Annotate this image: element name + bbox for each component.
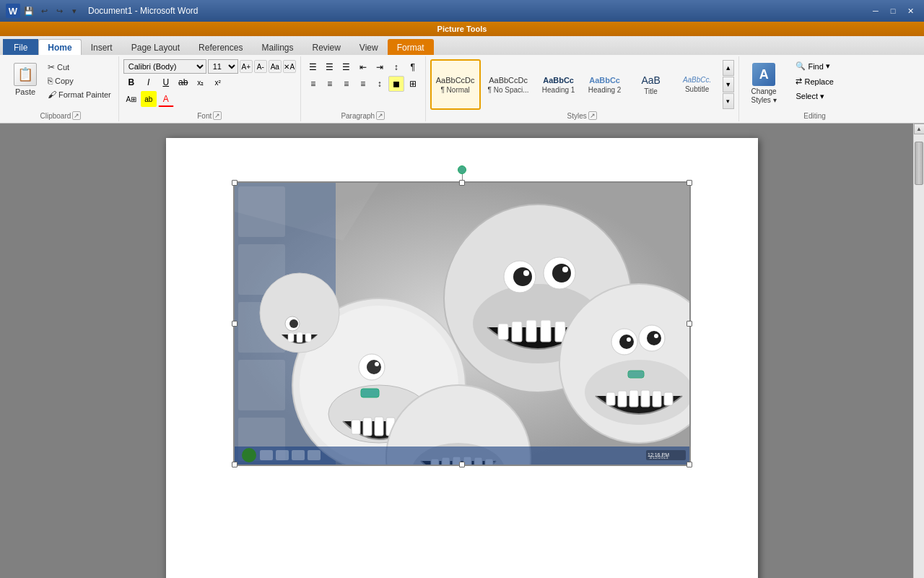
sort-button[interactable]: ↕ <box>388 59 404 75</box>
increase-indent-button[interactable]: ⇥ <box>372 59 388 75</box>
scroll-thumb[interactable] <box>915 142 923 185</box>
bold-button[interactable]: B <box>123 74 139 90</box>
show-marks-button[interactable]: ¶ <box>405 59 421 75</box>
font-clear-btn[interactable]: ✕A <box>283 60 296 73</box>
style-nospace-preview: AaBbCcDc <box>489 76 528 85</box>
paragraph-label: Paragraph ↗ <box>341 110 385 120</box>
paragraph-group: ☰ ☰ ☰ ⇤ ⇥ ↕ ¶ ≡ ≡ ≡ ≡ ↕ ◼ ⊞ Paragraph ↗ <box>301 56 426 121</box>
handle-top-left[interactable] <box>232 180 237 186</box>
tab-home[interactable]: Home <box>38 39 81 55</box>
tab-mailings[interactable]: Mailings <box>252 39 302 55</box>
superscript-button[interactable]: x² <box>210 74 226 90</box>
svg-rect-39 <box>653 391 661 407</box>
document-image: 12:16 PM 3/12/2013 <box>235 183 689 465</box>
bullets-button[interactable]: ☰ <box>305 59 321 75</box>
handle-bottom-right[interactable] <box>687 462 692 467</box>
document-scroll-area: 12:16 PM 3/12/2013 <box>0 124 924 578</box>
rotate-handle[interactable] <box>458 165 466 174</box>
style-no-spacing[interactable]: AaBbCcDc ¶ No Spaci... <box>482 59 535 110</box>
styles-scroll-down[interactable]: ▼ <box>723 77 734 92</box>
align-center-button[interactable]: ≡ <box>322 76 338 92</box>
shading-button[interactable]: ◼ <box>388 76 404 92</box>
scroll-track[interactable] <box>914 134 924 578</box>
quick-custom-btn[interactable]: ▾ <box>68 4 81 17</box>
font-name-select[interactable]: Calibri (Body) <box>123 59 206 74</box>
selected-image[interactable]: 12:16 PM 3/12/2013 <box>233 181 691 466</box>
handle-middle-right[interactable] <box>687 321 692 327</box>
minimize-btn[interactable]: ─ <box>868 4 884 17</box>
maximize-btn[interactable]: □ <box>885 4 901 17</box>
decrease-indent-button[interactable]: ⇤ <box>355 59 371 75</box>
italic-button[interactable]: I <box>141 74 157 90</box>
svg-rect-40 <box>664 392 673 405</box>
font-row2: B I U ab x₂ x² <box>123 74 226 90</box>
tab-page-layout[interactable]: Page Layout <box>122 39 189 55</box>
svg-point-32 <box>562 267 568 272</box>
close-btn[interactable]: ✕ <box>902 4 918 17</box>
styles-dialog-launcher[interactable]: ↗ <box>588 111 597 120</box>
paragraph-dialog-launcher[interactable]: ↗ <box>376 111 385 120</box>
font-change-case-btn[interactable]: Aa <box>269 60 282 73</box>
style-normal[interactable]: AaBbCcDc ¶ Normal <box>430 59 481 110</box>
style-heading1[interactable]: AaBbCc Heading 1 <box>536 59 581 110</box>
style-heading2[interactable]: AaBbCc Heading 2 <box>583 59 627 110</box>
font-size-increase-btn[interactable]: A+ <box>240 60 253 73</box>
format-painter-button[interactable]: 🖌 Format Painter <box>45 88 114 101</box>
quick-undo-btn[interactable]: ↩ <box>38 4 51 17</box>
font-effect-btn[interactable]: A⊞ <box>123 91 139 107</box>
handle-bottom-left[interactable] <box>232 462 237 467</box>
change-styles-button[interactable]: A ChangeStyles ▾ <box>745 59 783 108</box>
subscript-button[interactable]: x₂ <box>193 74 209 90</box>
font-row1: Calibri (Body) 11 A+ A- Aa ✕A <box>123 59 296 74</box>
underline-button[interactable]: U <box>158 74 174 90</box>
clipboard-small-buttons: ✂ Cut ⎘ Copy 🖌 Format Painter <box>45 59 114 101</box>
paste-button[interactable]: 📋 Paste <box>7 59 43 100</box>
tab-view[interactable]: View <box>350 39 388 55</box>
align-left-button[interactable]: ≡ <box>305 76 321 92</box>
strikethrough-button[interactable]: ab <box>175 74 191 90</box>
svg-rect-65 <box>260 450 273 460</box>
scroll-up-btn[interactable]: ▲ <box>914 124 925 134</box>
styles-scroll-more[interactable]: ▾ <box>723 93 734 109</box>
replace-button[interactable]: ⇄ Replace <box>792 74 837 88</box>
ribbon: 📋 Paste ✂ Cut ⎘ Copy 🖌 Format Painter C <box>0 55 924 124</box>
tab-insert[interactable]: Insert <box>82 39 122 55</box>
quick-redo-btn[interactable]: ↪ <box>53 4 66 17</box>
tab-format[interactable]: Format <box>388 39 434 55</box>
borders-button[interactable]: ⊞ <box>405 76 421 92</box>
select-button[interactable]: Select ▾ <box>792 90 828 103</box>
svg-rect-5 <box>238 360 285 410</box>
justify-button[interactable]: ≡ <box>355 76 371 92</box>
tab-review[interactable]: Review <box>302 39 349 55</box>
cut-label: Cut <box>57 63 69 72</box>
font-size-decrease-btn[interactable]: A- <box>254 60 267 73</box>
title-bar-controls: ─ □ ✕ <box>868 4 918 17</box>
font-size-select[interactable]: 11 <box>208 59 238 74</box>
handle-top-right[interactable] <box>687 180 692 186</box>
highlight-color-btn[interactable]: ab <box>141 91 157 107</box>
find-button[interactable]: 🔍 Find ▾ <box>792 59 833 73</box>
handle-top-center[interactable] <box>459 180 465 186</box>
copy-button[interactable]: ⎘ Copy <box>45 74 114 87</box>
font-dialog-launcher[interactable]: ↗ <box>213 111 222 120</box>
style-subtitle[interactable]: AaBbCc. Subtitle <box>675 59 720 110</box>
cut-button[interactable]: ✂ Cut <box>45 61 114 74</box>
style-title[interactable]: AaB Title <box>629 59 674 110</box>
svg-rect-24 <box>541 320 551 342</box>
tab-file[interactable]: File <box>3 39 38 55</box>
quick-save-btn[interactable]: 💾 <box>22 4 35 17</box>
line-spacing-button[interactable]: ↕ <box>372 76 388 92</box>
svg-rect-68 <box>308 450 321 460</box>
numbering-button[interactable]: ☰ <box>322 59 338 75</box>
tab-references[interactable]: References <box>189 39 252 55</box>
clipboard-dialog-launcher[interactable]: ↗ <box>72 111 81 120</box>
svg-rect-67 <box>292 450 305 460</box>
align-right-button[interactable]: ≡ <box>339 76 354 92</box>
styles-scroll-up[interactable]: ▲ <box>723 60 734 76</box>
format-painter-label: Format Painter <box>58 90 111 99</box>
handle-bottom-center[interactable] <box>459 462 465 467</box>
multilevel-button[interactable]: ☰ <box>339 59 354 75</box>
font-color-btn[interactable]: A <box>158 91 174 107</box>
svg-point-43 <box>627 337 631 342</box>
handle-middle-left[interactable] <box>232 321 237 327</box>
